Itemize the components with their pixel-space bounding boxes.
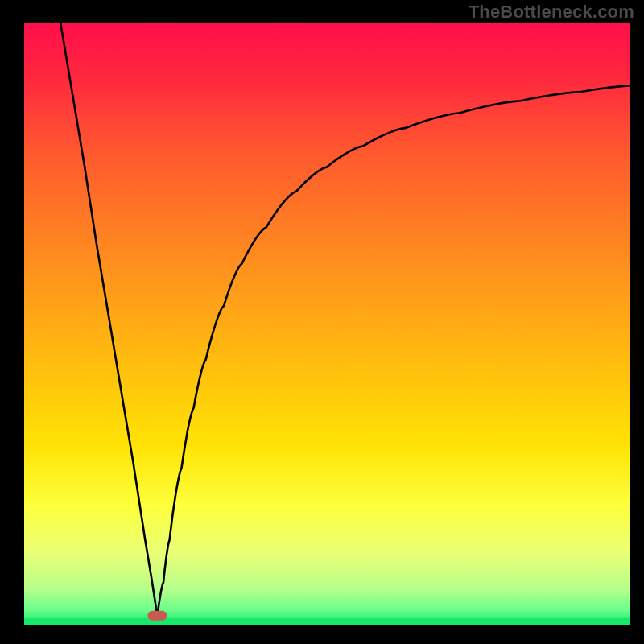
chart-frame: TheBottleneck.com xyxy=(0,0,644,644)
minimum-marker xyxy=(147,611,167,621)
plot-background xyxy=(24,23,630,625)
watermark-text: TheBottleneck.com xyxy=(469,2,634,23)
baseline-strip xyxy=(24,618,630,625)
bottleneck-curve-chart xyxy=(0,0,644,644)
